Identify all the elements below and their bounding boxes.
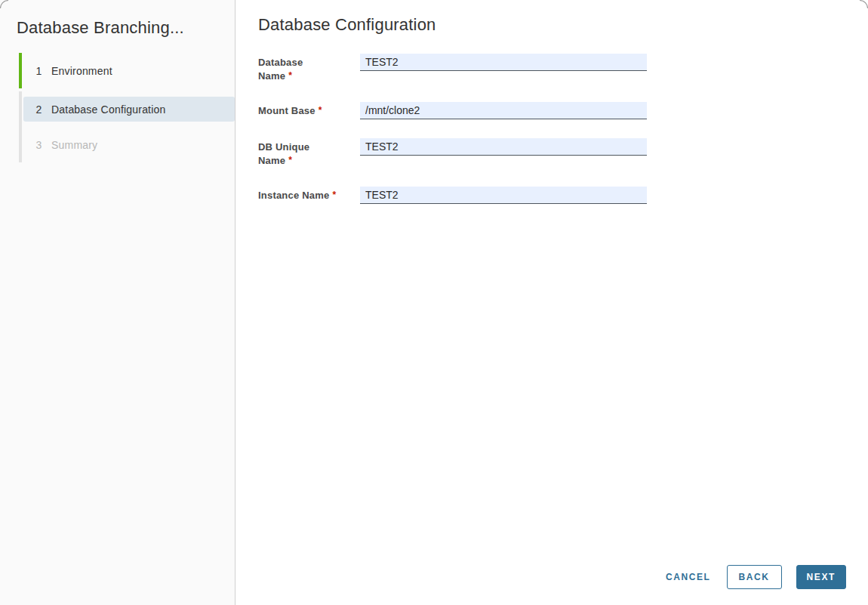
database-name-label: Database Name* xyxy=(258,54,360,83)
required-asterisk: * xyxy=(332,190,336,200)
required-asterisk: * xyxy=(288,70,292,81)
mount-base-input[interactable] xyxy=(360,102,647,119)
field-database-name: Database Name* xyxy=(258,54,868,83)
mount-base-label: Mount Base* xyxy=(258,102,360,118)
db-unique-name-label: DB Unique Name* xyxy=(258,138,360,168)
step-number: 3 xyxy=(35,139,43,151)
step-number: 2 xyxy=(35,103,43,116)
wizard-steps: 1 Environment 2 Database Configuration 3… xyxy=(19,53,235,162)
wizard-dialog: Database Branching... 1 Environment 2 Da… xyxy=(0,0,868,605)
page-title: Database Configuration xyxy=(258,15,868,35)
wizard-title: Database Branching... xyxy=(17,18,220,38)
step-environment-inner[interactable]: 1 Environment xyxy=(23,53,235,88)
step-label: Database Configuration xyxy=(51,103,166,116)
database-configuration-form: Database Name* Mount Base* DB Unique Nam… xyxy=(258,54,868,204)
database-name-input[interactable] xyxy=(360,54,647,71)
required-asterisk: * xyxy=(288,155,292,165)
wizard-content: Database Configuration Database Name* Mo… xyxy=(235,0,868,605)
back-button[interactable]: BACK xyxy=(727,565,782,589)
field-db-unique-name: DB Unique Name* xyxy=(258,138,868,168)
step-database-configuration-inner[interactable]: 2 Database Configuration xyxy=(23,97,235,122)
wizard-sidebar: Database Branching... 1 Environment 2 Da… xyxy=(0,0,235,605)
step-label: Environment xyxy=(51,65,112,77)
db-unique-name-input[interactable] xyxy=(360,138,647,156)
required-asterisk: * xyxy=(319,105,322,116)
next-button[interactable]: NEXT xyxy=(796,565,846,589)
step-summary-inner[interactable]: 3 Summary xyxy=(23,127,235,162)
step-label: Summary xyxy=(51,139,97,151)
step-number: 1 xyxy=(35,65,43,77)
field-instance-name: Instance Name* xyxy=(258,187,868,204)
step-environment[interactable]: 1 Environment xyxy=(19,53,235,88)
wizard-footer: CANCEL BACK NEXT xyxy=(666,565,846,589)
step-summary[interactable]: 3 Summary xyxy=(19,127,235,162)
instance-name-input[interactable] xyxy=(360,187,647,204)
field-mount-base: Mount Base* xyxy=(258,102,868,119)
step-database-configuration[interactable]: 2 Database Configuration xyxy=(19,91,235,127)
cancel-button[interactable]: CANCEL xyxy=(666,572,711,582)
instance-name-label: Instance Name* xyxy=(258,187,360,202)
